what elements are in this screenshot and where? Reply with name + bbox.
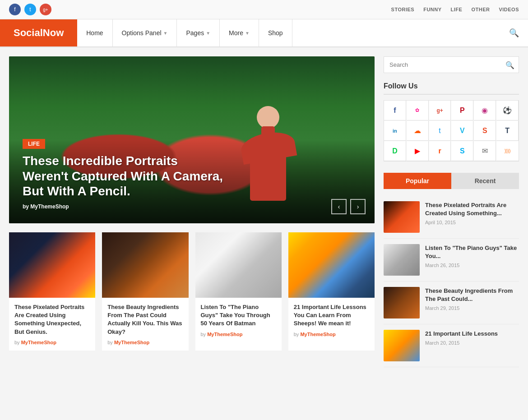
tab-bar: Popular Recent xyxy=(384,173,519,189)
top-twitter-icon[interactable]: t xyxy=(24,4,36,15)
hero-image: Life These Incredible Portraits Weren't … xyxy=(9,56,375,223)
popular-date-2: March 26, 2015 xyxy=(425,263,519,268)
social-reddit[interactable]: r xyxy=(429,141,451,161)
main-nav: SocialNow Home Options Panel ▼ Pages ▼ M… xyxy=(0,19,528,47)
social-skype[interactable]: S xyxy=(451,141,473,161)
social-rss[interactable]: )))) xyxy=(496,141,519,161)
popular-date-3: March 29, 2015 xyxy=(425,305,519,311)
tab-popular[interactable]: Popular xyxy=(384,173,451,189)
search-submit-button[interactable]: 🔍 xyxy=(505,60,514,69)
follow-us-section: Follow Us f ✿ g+ P ◉ ⚽ in ☁ t V S T D ▶ … xyxy=(384,82,519,162)
article-card-2: These Beauty Ingredients From The Past C… xyxy=(102,232,188,351)
tab-recent[interactable]: Recent xyxy=(451,173,519,189)
article-author-3[interactable]: MyThemeShop xyxy=(207,332,242,337)
hero-nav-controls: ‹ › xyxy=(331,199,366,214)
nav-home[interactable]: Home xyxy=(77,19,112,46)
hero-category-badge[interactable]: Life xyxy=(23,139,45,149)
popular-date-4: March 20, 2015 xyxy=(425,340,498,346)
nav-more[interactable]: More ▼ xyxy=(220,19,259,46)
article-thumb-3[interactable] xyxy=(195,232,282,298)
social-instagram[interactable]: ◉ xyxy=(474,101,496,120)
article-meta-3: by MyThemeShop xyxy=(201,332,276,337)
top-bar: f t g+ STORIES FUNNY LIFE OTHER VIDEOS xyxy=(0,0,528,19)
logo[interactable]: SocialNow xyxy=(0,19,77,46)
article-meta-4: by MyThemeShop xyxy=(294,332,369,337)
hero-author-name[interactable]: MyThemeShop xyxy=(30,203,69,210)
top-nav-funny[interactable]: FUNNY xyxy=(423,7,441,12)
pages-chevron: ▼ xyxy=(206,31,210,36)
top-nav-stories[interactable]: STORIES xyxy=(391,7,415,12)
social-facebook[interactable]: f xyxy=(384,101,406,120)
article-title-1[interactable]: These Pixelated Portraits Are Created Us… xyxy=(14,303,90,336)
social-pinterest[interactable]: P xyxy=(451,101,473,120)
search-input[interactable] xyxy=(384,56,519,73)
article-grid: These Pixelated Portraits Are Created Us… xyxy=(9,232,375,351)
article-meta-1: by MyThemeShop xyxy=(14,340,90,345)
social-flickr[interactable]: ✿ xyxy=(407,101,429,120)
social-vimeo[interactable]: V xyxy=(451,121,473,141)
social-twitter[interactable]: t xyxy=(429,121,451,141)
top-nav-other[interactable]: OTHER xyxy=(471,7,490,12)
social-youtube[interactable]: ▶ xyxy=(407,141,429,161)
top-facebook-icon[interactable]: f xyxy=(9,4,21,15)
popular-thumb-1[interactable] xyxy=(384,201,420,233)
popular-item-3: These Beauty Ingredients From The Past C… xyxy=(384,282,519,324)
article-title-2[interactable]: These Beauty Ingredients From The Past C… xyxy=(107,303,183,336)
popular-thumb-4[interactable] xyxy=(384,330,420,361)
hero-prev-button[interactable]: ‹ xyxy=(331,199,347,214)
top-social-icons: f t g+ xyxy=(9,4,51,15)
search-icon: 🔍 xyxy=(509,28,519,38)
nav-shop[interactable]: Shop xyxy=(259,19,292,46)
nav-options-panel[interactable]: Options Panel ▼ xyxy=(113,19,177,46)
search-submit-icon: 🔍 xyxy=(505,61,514,69)
article-author-2[interactable]: MyThemeShop xyxy=(114,340,149,345)
popular-item-2: Listen To "The Piano Guys" Take You... M… xyxy=(384,239,519,282)
article-meta-2: by MyThemeShop xyxy=(107,340,183,345)
popular-title-1[interactable]: These Pixelated Portraits Are Created Us… xyxy=(425,201,519,217)
hero-next-button[interactable]: › xyxy=(350,199,366,214)
popular-recent-section: Popular Recent These Pixelated Portraits… xyxy=(384,173,519,367)
top-googleplus-icon[interactable]: g+ xyxy=(40,4,51,15)
hero-slider: Life These Incredible Portraits Weren't … xyxy=(9,56,375,223)
search-box: 🔍 xyxy=(384,56,519,73)
social-googleplus[interactable]: g+ xyxy=(429,101,451,120)
more-chevron: ▼ xyxy=(245,31,250,36)
article-thumb-2[interactable] xyxy=(102,232,188,298)
social-tumblr[interactable]: T xyxy=(496,121,519,141)
nav-pages[interactable]: Pages ▼ xyxy=(177,19,220,46)
top-nav-life[interactable]: LIFE xyxy=(451,7,463,12)
top-nav-links: STORIES FUNNY LIFE OTHER VIDEOS xyxy=(391,7,519,12)
follow-us-title: Follow Us xyxy=(384,82,519,95)
social-deviantart[interactable]: D xyxy=(384,141,406,161)
sidebar: 🔍 Follow Us f ✿ g+ P ◉ ⚽ in ☁ t V S T D … xyxy=(384,56,519,378)
nav-items: Home Options Panel ▼ Pages ▼ More ▼ Shop… xyxy=(77,19,528,46)
content-wrapper: Life These Incredible Portraits Weren't … xyxy=(0,56,528,378)
hero-author: by MyThemeShop xyxy=(23,203,361,210)
article-thumb-1[interactable] xyxy=(9,232,95,298)
popular-thumb-2[interactable] xyxy=(384,244,420,276)
popular-thumb-3[interactable] xyxy=(384,287,420,318)
popular-title-3[interactable]: These Beauty Ingredients From The Past C… xyxy=(425,287,519,303)
social-soundcloud[interactable]: ☁ xyxy=(407,121,429,141)
hero-title: These Incredible Portraits Weren't Captu… xyxy=(23,153,226,199)
hero-content: Life These Incredible Portraits Weren't … xyxy=(9,130,375,223)
popular-item-4: 21 Important Life Lessons March 20, 2015 xyxy=(384,324,519,367)
article-title-4[interactable]: 21 Important Life Lessons You Can Learn … xyxy=(294,303,369,328)
article-thumb-4[interactable] xyxy=(288,232,375,298)
popular-title-4[interactable]: 21 Important Life Lessons xyxy=(425,330,498,338)
popular-date-1: April 10, 2015 xyxy=(425,220,519,225)
social-dribbble[interactable]: ⚽ xyxy=(496,101,519,120)
popular-title-2[interactable]: Listen To "The Piano Guys" Take You... xyxy=(425,244,519,260)
top-nav-videos[interactable]: VIDEOS xyxy=(499,7,519,12)
article-card-1: These Pixelated Portraits Are Created Us… xyxy=(9,232,95,351)
social-linkedin[interactable]: in xyxy=(384,121,406,141)
article-author-1[interactable]: MyThemeShop xyxy=(21,340,56,345)
nav-search-button[interactable]: 🔍 xyxy=(500,28,528,38)
article-author-4[interactable]: MyThemeShop xyxy=(300,332,335,337)
article-title-3[interactable]: Listen To "The Piano Guys" Take You Thro… xyxy=(201,303,276,328)
main-column: Life These Incredible Portraits Weren't … xyxy=(9,56,375,378)
social-email[interactable]: ✉ xyxy=(474,141,496,161)
article-card-4: 21 Important Life Lessons You Can Learn … xyxy=(288,232,375,351)
options-panel-chevron: ▼ xyxy=(163,31,168,36)
social-stumbleupon[interactable]: S xyxy=(474,121,496,141)
